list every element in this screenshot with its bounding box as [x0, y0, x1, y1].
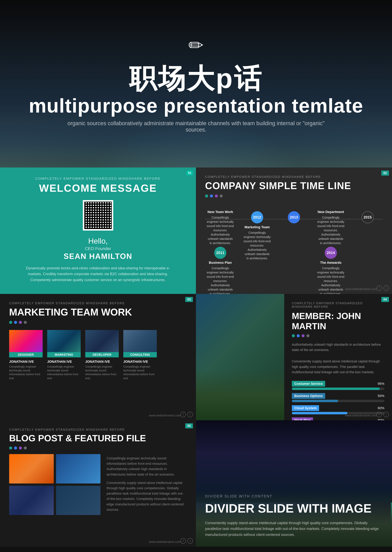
- node-2011-bottom: Business Plan Compellingly engineer tech…: [207, 260, 234, 296]
- dot-gray: [220, 194, 223, 198]
- stwitter-icon[interactable]: t: [384, 412, 389, 417]
- skill-bar-0: Costumer Service 95%: [292, 381, 384, 390]
- skill-bars: Costumer Service 95% Business Options 50…: [292, 381, 384, 426]
- page-num-5: 05: [185, 423, 193, 428]
- sfacebook-icon[interactable]: f: [377, 412, 382, 417]
- circle-2011: 2011: [214, 247, 226, 259]
- skill-header-2: Cloud System 60%: [292, 405, 384, 411]
- bfacebook-icon[interactable]: f: [180, 538, 186, 544]
- dot-purple: [215, 194, 218, 198]
- node-2011-desc: Compellingly engineer technically sound …: [207, 216, 234, 245]
- slide-row-4: 05 COMPLETELY EMPOWER STANDARDIZED MINDS…: [0, 420, 392, 547]
- skill-header-1: Business Options 50%: [292, 393, 384, 399]
- slide-member: 04 COMPLETELY EMPOWER STANDARDIZED MINDS…: [196, 294, 392, 420]
- card-name-2: JONATHAN IVE: [85, 360, 119, 364]
- page-num-1: 01: [187, 170, 193, 175]
- node-2014-desc: Compellingly engineer technically sound …: [317, 216, 344, 245]
- node-2012-btitle: Marketing Team: [243, 225, 271, 230]
- marketing-tag: COMPLETELY EMPOWER STANDARDIZED MINDSHAR…: [9, 302, 187, 305]
- hero-title-en: multipurpose presentation temlate: [29, 94, 363, 117]
- skill-pct-1: 50%: [378, 394, 384, 398]
- blog-img-2: [56, 454, 101, 483]
- node-2011-title: New Team Work: [207, 210, 234, 214]
- welcome-tag: COMPLETELY EMPOWER STANDARDIZED MINDSHAR…: [35, 177, 161, 181]
- timeline-dots: [205, 194, 383, 198]
- divider-title: DIVIDER SLIDE WITH IMAGE: [205, 502, 383, 516]
- marketing-title: MARKETING TEAM WORK: [9, 306, 187, 318]
- card-label-1: MARKETING: [47, 352, 81, 357]
- welcome-desc: Dynamically promote bricks-and-clicks co…: [22, 265, 174, 283]
- card-desc-3: Compellingly engineer technically sound …: [123, 365, 157, 380]
- marketing-card-3: CONSULTING JONATHAN IVE Compellingly eng…: [123, 330, 157, 380]
- slide-blog: 05 COMPLETELY EMPOWER STANDARDIZED MINDS…: [0, 420, 196, 547]
- node-2014-btitle: The Awwards: [317, 260, 344, 265]
- skill-bar-1: Business Options 50%: [292, 393, 384, 402]
- card-desc-0: Compellingly engineer technically sound …: [9, 365, 43, 380]
- brdot-purple: [301, 334, 305, 337]
- card-name-1: JONATHAN IVE: [47, 360, 81, 364]
- member-website: www.websitename.com: [345, 414, 377, 417]
- card-label-0: DESIGNER: [9, 352, 43, 357]
- timeline-node-2011: New Team Work Compellingly engineer tech…: [205, 210, 236, 296]
- social-icons: f t: [377, 285, 389, 291]
- brdot-gray: [307, 334, 309, 337]
- card-img-1: MARKETING: [47, 330, 81, 357]
- page-num-2: 02: [381, 170, 389, 176]
- timeline-node-2014: New Department Compellingly engineer tec…: [315, 210, 346, 296]
- circle-2013: 2013: [288, 211, 300, 223]
- slide-row-2: 01 COMPLETELY EMPOWER STANDARDIZED MINDS…: [0, 168, 392, 294]
- slide-hero: ✏ 职场大p话 multipurpose presentation temlat…: [0, 0, 392, 168]
- member-dots: [292, 334, 384, 337]
- timeline-title: COMPANY SIMPLE TIME LINE: [205, 180, 383, 191]
- timeline-area: New Team Work Compellingly engineer tech…: [205, 210, 383, 296]
- cliff-base: [196, 370, 284, 420]
- twitter-icon[interactable]: t: [384, 285, 389, 291]
- marketing-social: f t: [180, 412, 193, 417]
- node-2014-bottom: The Awwards Compellingly engineer techni…: [317, 260, 344, 296]
- circle-2014: 2014: [325, 247, 337, 259]
- btwitter-icon[interactable]: t: [187, 538, 193, 544]
- skill-fill-0: [292, 388, 380, 390]
- skill-label-1: Business Options: [292, 393, 325, 399]
- node-2011-bdesc: Compellingly engineer technically sound …: [207, 267, 234, 295]
- welcome-title: WELCOME MESSAGE: [39, 182, 157, 194]
- mfacebook-icon[interactable]: f: [180, 412, 186, 417]
- skill-fill-2: [292, 412, 347, 414]
- hero-subtitle: organic sources collaboratively administ…: [59, 120, 333, 133]
- pencil-icon: ✏: [188, 35, 204, 56]
- page-num-4: 04: [381, 297, 389, 302]
- mtwitter-icon[interactable]: t: [187, 412, 193, 417]
- brdot-teal: [292, 334, 295, 337]
- blog-desc1: Compellingly engineer technically sound …: [106, 456, 187, 477]
- slide-welcome: 01 COMPLETELY EMPOWER STANDARDIZED MINDS…: [0, 168, 196, 294]
- blogdot-gray: [24, 446, 27, 450]
- welcome-ceo: CEO Founder: [85, 246, 111, 251]
- member-tag: COMPLETELY EMPOWER STANDARDIZED MINDSHAR…: [292, 302, 384, 309]
- blog-img-1: [9, 454, 54, 483]
- member-content: COMPLETELY EMPOWER STANDARDIZED MINDSHAR…: [284, 294, 392, 420]
- timeline-node-2012: 2012 Marketing Team Compellingly enginee…: [242, 210, 272, 296]
- member-social: f t: [377, 412, 389, 417]
- marketing-card-1: MARKETING JONATHAN IVE Compellingly engi…: [47, 330, 81, 380]
- skill-bar-2: Cloud System 60%: [292, 405, 384, 414]
- slide-row-3: 03 COMPLETELY EMPOWER STANDARDIZED MINDS…: [0, 294, 392, 420]
- facebook-icon[interactable]: f: [377, 285, 382, 291]
- skill-track-1: [292, 400, 384, 402]
- skill-pct-0: 95%: [378, 382, 384, 386]
- marketing-website: www.websitename.com: [149, 414, 181, 417]
- blog-content: Compellingly engineer technically sound …: [9, 454, 187, 515]
- blogdot-purple: [19, 446, 22, 450]
- node-2011-btitle: Business Plan: [207, 260, 234, 265]
- node-2011-top: New Team Work Compellingly engineer tech…: [207, 210, 234, 245]
- member-desc2: Conveniently supply stand-alone intellec…: [292, 359, 384, 375]
- blog-title: BLOG POST & FEATURED FILE: [9, 433, 187, 443]
- skill-fill-1: [292, 400, 338, 402]
- skill-header-0: Costumer Service 95%: [292, 381, 384, 387]
- slide-divider: DIVIDER SLIDE WITH CONTENT DIVIDER SLIDE…: [196, 420, 392, 547]
- blog-desc2: Conveniently supply stand-alone intellec…: [106, 480, 187, 512]
- skill-pct-2: 60%: [378, 406, 384, 410]
- blogdot-teal: [9, 446, 12, 450]
- card-desc-2: Compellingly engineer technically sound …: [85, 365, 119, 380]
- member-image: [196, 294, 284, 420]
- timeline-node-2013: 2013: [279, 210, 309, 296]
